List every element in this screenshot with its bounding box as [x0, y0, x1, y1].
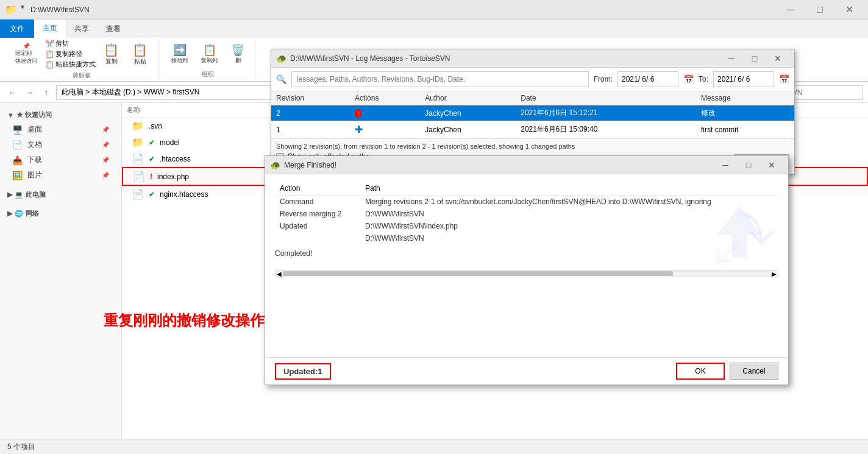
from-label: From: — [594, 75, 613, 83]
pin-icon-small: 📌 — [102, 126, 109, 133]
status-text: 5 个项目 — [7, 442, 35, 452]
log-table: Revision Actions Author Date Message 2 !… — [271, 91, 794, 138]
cell-action-1: ✚ — [350, 121, 420, 138]
action-icon-add: ✚ — [355, 124, 363, 135]
paste-shortcut-icon: 📋 — [45, 60, 54, 69]
row-label-updated: Updated — [275, 220, 360, 232]
merge-maximize[interactable]: □ — [737, 158, 760, 172]
merge-footer-buttons: OK Cancel — [676, 363, 778, 380]
search-icon: 🔍 — [276, 74, 286, 84]
network-icon: 🌐 — [15, 210, 23, 218]
title-bar-dropdown[interactable]: ▼ — [20, 4, 26, 15]
folder-icon-model: 📁 — [132, 137, 144, 148]
table-row[interactable]: 1 ✚ JackyChen 2021年6月6日 15:09:40 first c… — [271, 121, 794, 138]
svn-log-minimize[interactable]: ─ — [720, 51, 743, 66]
quick-access-section: ▼ ★ 快速访问 🖥️ 桌面 📌 📄 文档 📌 📥 下载 📌 — [0, 108, 121, 183]
calendar-icon-to[interactable]: 📅 — [779, 74, 789, 84]
maximize-button[interactable]: □ — [806, 1, 834, 18]
tab-view[interactable]: 查看 — [98, 20, 129, 38]
action-icon-red: ! — [355, 109, 361, 118]
row-label-command: Command — [275, 196, 360, 208]
svn-check-htaccess: ✔ — [149, 155, 155, 163]
cancel-button[interactable]: Cancel — [730, 363, 778, 380]
merge-close[interactable]: ✕ — [760, 158, 783, 172]
cell-message-1: first commit — [696, 121, 794, 138]
paste-icon: 📋 — [132, 43, 148, 57]
title-bar: 📁 ▼ D:\WWW\firstSVN ─ □ ✕ — [0, 0, 868, 20]
svn-log-close[interactable]: ✕ — [766, 51, 789, 66]
file-icon-index: 📄 — [133, 171, 145, 182]
cell-revision-1: 1 — [271, 121, 350, 138]
chevron-right-icon: ▶ — [7, 191, 12, 199]
pin-icon: 📌 — [23, 43, 30, 49]
svn-icon: 🐢 — [276, 54, 286, 63]
desktop-icon: 🖥️ — [12, 125, 23, 135]
documents-label: 文档 — [27, 140, 42, 150]
scissors-icon: ✂️ — [45, 40, 54, 48]
updated-badge: Updated:1 — [275, 363, 331, 380]
svn-log-maximize[interactable]: □ — [743, 51, 766, 66]
paste-button[interactable]: 📋 粘贴 — [127, 40, 153, 69]
chevron-down-icon: ▼ — [7, 112, 14, 119]
from-date-input[interactable] — [617, 71, 678, 87]
chevron-right-icon2: ▶ — [7, 210, 12, 218]
tab-share[interactable]: 共享 — [66, 20, 98, 38]
sidebar-item-pictures[interactable]: 🖼️ 图片 📌 — [0, 168, 121, 183]
network-header[interactable]: ▶ 🌐 网络 — [0, 207, 121, 221]
organize-label: 组织 — [202, 70, 214, 79]
up-button[interactable]: ↑ — [39, 85, 54, 100]
scroll-track — [283, 271, 770, 276]
log-search-bar: 🔍 From: 📅 To: 📅 — [271, 68, 794, 91]
copy-to-button[interactable]: 📋 复制到 — [196, 40, 223, 68]
name-column-header: 名称 — [127, 106, 140, 113]
col-date: Date — [516, 91, 696, 105]
scroll-left-arrow[interactable]: ◀ — [276, 271, 283, 277]
copy-to-icon: 📋 — [203, 43, 216, 57]
title-bar-controls: ─ □ ✕ — [777, 1, 863, 18]
sidebar-item-downloads[interactable]: 📥 下载 📌 — [0, 152, 121, 168]
log-search-input[interactable] — [291, 71, 589, 87]
forward-button[interactable]: → — [22, 85, 37, 100]
this-pc-header[interactable]: ▶ 💻 此电脑 — [0, 188, 121, 202]
merge-minimize[interactable]: ─ — [714, 158, 737, 172]
table-row[interactable]: 2 ! JackyChen 2021年6月6日 15:12:21 修改 — [271, 105, 794, 121]
title-bar-icons: 📁 ▼ — [5, 4, 26, 15]
cell-author-1: JackyChen — [420, 121, 516, 138]
ok-button[interactable]: OK — [676, 363, 725, 380]
col-actions: Actions — [350, 91, 420, 105]
file-icon-nginx: 📄 — [132, 188, 144, 200]
delete-button[interactable]: 🗑️ 删 — [226, 40, 250, 68]
organize-group: ➡️ 移动到 📋 复制到 🗑️ 删 组织 — [161, 40, 255, 79]
close-button[interactable]: ✕ — [835, 1, 863, 18]
scroll-thumb[interactable] — [283, 271, 673, 276]
merge-col-action: Action — [275, 182, 360, 196]
delete-icon: 🗑️ — [231, 43, 244, 57]
merge-icon: 🐢 — [270, 160, 280, 170]
log-status-text: Showing 2 revision(s), from revision 1 t… — [276, 143, 789, 150]
sidebar-item-desktop[interactable]: 🖥️ 桌面 📌 — [0, 122, 121, 137]
sidebar-item-documents[interactable]: 📄 文档 📌 — [0, 137, 121, 152]
quick-access-header[interactable]: ▼ ★ 快速访问 — [0, 108, 121, 122]
pin-button[interactable]: 📌 固定到快速访问 — [10, 40, 43, 68]
back-button[interactable]: ← — [5, 85, 20, 100]
tab-file[interactable]: 文件 — [0, 20, 34, 38]
copy-button[interactable]: 📋 复制 — [98, 40, 124, 69]
merge-dialog: 🐢 Merge Finished! ─ □ ✕ ↙ Action Path — [265, 155, 789, 385]
desktop-label: 桌面 — [27, 124, 42, 135]
calendar-icon-from[interactable]: 📅 — [683, 74, 694, 84]
merge-col-path: Path — [360, 182, 778, 196]
clipboard-group: 📌 固定到快速访问 ✂️ 剪切 📋 复制路径 📋 — [5, 40, 158, 79]
file-name-nginx: nginx.htaccess — [160, 190, 208, 199]
to-date-input[interactable] — [713, 71, 774, 87]
minimize-button[interactable]: ─ — [777, 1, 805, 18]
svn-check-model: ✔ — [149, 138, 155, 147]
pictures-icon: 🖼️ — [12, 171, 23, 180]
tab-home[interactable]: 主页 — [34, 20, 66, 38]
clipboard-label: 剪贴板 — [73, 71, 91, 80]
col-author: Author — [420, 91, 516, 105]
pin-icon-small3: 📌 — [102, 157, 109, 163]
breadcrumb: 此电脑 > 本地磁盘 (D:) > WWW > firstSVN — [62, 87, 199, 98]
folder-icon-svn: 📁 — [132, 120, 144, 132]
move-to-button[interactable]: ➡️ 移动到 — [166, 40, 193, 68]
file-name-index: index.php — [157, 172, 189, 181]
